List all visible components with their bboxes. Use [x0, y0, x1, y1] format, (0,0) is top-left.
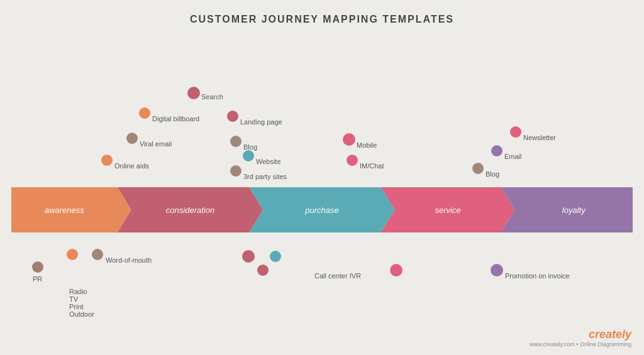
segment-purchase: purchase: [249, 187, 395, 232]
dot-8: [227, 111, 238, 122]
label-2: Radio TV Print Outdoor: [69, 288, 94, 318]
dot-18: [472, 163, 484, 174]
watermark: creately www.creately.com • Online Diagr…: [530, 328, 631, 347]
dot-15: [343, 133, 355, 146]
segment-awareness: awareness: [11, 187, 131, 232]
label-18: Blog: [486, 170, 499, 178]
dot-0: [32, 261, 43, 273]
label-7: Search: [201, 93, 223, 101]
label-16: IM/Chat: [360, 162, 384, 170]
dot-4: [101, 155, 113, 166]
label-21: Promotion on invoice: [505, 272, 570, 280]
dot-21: [491, 264, 503, 276]
label-3: Word-of-mouth: [106, 256, 152, 264]
dot-5: [126, 133, 138, 144]
label-11: 3rd party sites: [243, 173, 287, 180]
dot-10: [243, 150, 254, 161]
label-17: Call center IVR: [314, 272, 361, 280]
dot-3: [92, 249, 103, 260]
dot-11: [230, 165, 242, 177]
label-4: Online aids: [114, 162, 149, 170]
dot-16: [347, 155, 358, 166]
segment-consideration: consideration: [118, 187, 264, 232]
dot-9: [230, 136, 242, 147]
dot-19: [491, 145, 502, 156]
label-15: Mobile: [357, 141, 377, 149]
label-19: Email: [504, 153, 522, 160]
label-0: PR: [33, 275, 42, 283]
brand-name: creately: [530, 328, 631, 341]
dot-7: [187, 87, 200, 99]
label-10: Website: [256, 158, 281, 165]
label-8: Landing page: [240, 118, 282, 126]
label-20: Newsletter: [523, 134, 556, 141]
dot-1: [67, 249, 78, 260]
label-6: Digital billboard: [152, 115, 199, 123]
brand-sub: www.creately.com • Online Diagramming: [530, 341, 631, 347]
dot-14: [257, 265, 269, 276]
journey-ribbon: awarenessconsiderationpurchaseserviceloy…: [11, 187, 633, 232]
label-5: Viral email: [140, 140, 172, 148]
dot-13: [270, 251, 281, 262]
dot-12: [242, 250, 255, 263]
segment-loyalty: loyalty: [501, 187, 633, 232]
main-container: CUSTOMER JOURNEY MAPPING TEMPLATES aware…: [0, 0, 644, 355]
dot-20: [510, 126, 521, 138]
label-9: Blog: [243, 143, 257, 151]
page-title: CUSTOMER JOURNEY MAPPING TEMPLATES: [0, 0, 644, 25]
dot-6: [139, 107, 150, 119]
dot-17: [390, 264, 402, 276]
segment-service: service: [381, 187, 515, 232]
